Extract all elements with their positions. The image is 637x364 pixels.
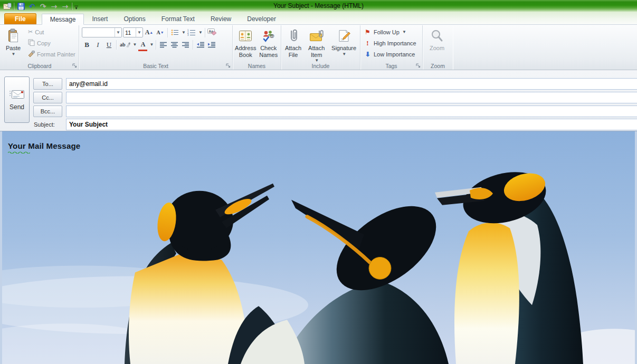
send-label: Send <box>9 103 24 111</box>
copy-label: Copy <box>37 40 51 46</box>
bcc-field[interactable] <box>66 106 637 117</box>
to-button-label: To... <box>42 81 53 87</box>
font-color-button[interactable]: A <box>138 40 148 50</box>
tab-insert[interactable]: Insert <box>84 13 116 24</box>
follow-up-dropdown-arrow: ▼ <box>402 30 406 34</box>
address-book-button[interactable]: Address Book <box>234 26 256 58</box>
bold-button[interactable]: B <box>82 40 92 50</box>
attach-item-button[interactable]: Attach Item ▼ <box>305 26 328 63</box>
paste-dropdown-arrow: ▼ <box>12 52 16 56</box>
subject-field[interactable]: Your Subject <box>66 119 637 130</box>
tab-message[interactable]: Message <box>42 14 84 25</box>
zoom-label: Zoom <box>430 45 444 52</box>
separator <box>193 40 193 50</box>
tags-dialog-launcher[interactable] <box>415 63 421 69</box>
highlighter-pen-icon <box>126 42 130 47</box>
tab-file[interactable]: File <box>4 13 36 24</box>
underline-button[interactable]: U <box>104 40 114 50</box>
bullets-button[interactable] <box>170 27 180 38</box>
format-painter-button[interactable]: Format Painter <box>26 49 77 60</box>
bcc-button[interactable]: Bcc... <box>33 106 62 117</box>
font-size-value: 11 <box>123 30 136 36</box>
follow-up-label: Follow Up <box>374 29 400 35</box>
copy-button[interactable]: Copy <box>26 37 77 49</box>
shrink-font-button[interactable]: A▼ <box>155 27 165 38</box>
font-color-dropdown-arrow[interactable]: ▼ <box>149 42 154 47</box>
subject-label: Subject: <box>34 119 63 130</box>
check-names-button[interactable]: @ Check Names <box>258 26 279 58</box>
copy-icon <box>28 39 35 47</box>
format-painter-label: Format Painter <box>37 51 75 58</box>
send-button[interactable]: Send <box>4 76 30 123</box>
signature-icon <box>337 28 351 44</box>
cc-field[interactable] <box>66 92 637 103</box>
to-field[interactable]: any@email.id <box>66 78 637 90</box>
separator <box>205 28 205 37</box>
svg-text:3: 3 <box>187 34 189 36</box>
italic-button[interactable]: I <box>93 40 103 50</box>
signature-button[interactable]: Signature ▼ <box>329 26 358 63</box>
cut-button[interactable]: ✂ Cut <box>26 26 77 37</box>
low-importance-button[interactable]: ⬇ Low Importance <box>362 49 421 60</box>
ribbon-filler <box>453 25 637 70</box>
bullets-dropdown-arrow[interactable]: ▼ <box>182 30 186 35</box>
numbering-button[interactable]: 123 <box>187 27 197 38</box>
message-body: Your Mail Message <box>0 131 637 364</box>
basic-text-group: ▼ 11 ▼ A▲ A▼ ▼ 123 ▼ Aa B I U <box>79 25 233 70</box>
cc-button[interactable]: Cc... <box>33 92 62 103</box>
high-importance-button[interactable]: ! High Importance <box>362 37 421 49</box>
high-importance-icon: ! <box>364 39 372 47</box>
align-left-button[interactable] <box>158 40 168 50</box>
tags-group: ⚑ Follow Up ▼ ! High Importance ⬇ Low Im… <box>360 25 423 70</box>
font-size-combo[interactable]: 11 ▼ <box>123 27 143 37</box>
paperclip-icon <box>289 28 298 44</box>
attach-item-label: Attach Item <box>305 45 328 58</box>
follow-up-button[interactable]: ⚑ Follow Up ▼ <box>362 26 421 37</box>
signature-label: Signature <box>331 45 356 52</box>
message-editor[interactable]: Your Mail Message <box>2 131 635 364</box>
address-book-label: Address Book <box>234 45 256 58</box>
ribbon-tab-strip: File Message Insert Options Format Text … <box>0 13 637 25</box>
font-size-dropdown-arrow: ▼ <box>136 28 142 37</box>
paste-label: Paste <box>6 45 21 52</box>
tab-format-text[interactable]: Format Text <box>154 13 203 24</box>
grow-font-button[interactable]: A▲ <box>144 27 154 38</box>
penguins-image <box>2 131 635 364</box>
tab-options[interactable]: Options <box>116 13 153 24</box>
zoom-button: Zoom <box>424 26 450 52</box>
font-color-bar <box>138 50 147 51</box>
align-right-button[interactable] <box>180 40 191 50</box>
clipboard-dialog-launcher[interactable] <box>72 63 78 69</box>
increase-indent-button[interactable] <box>206 40 216 50</box>
spellcheck-squiggle <box>8 151 30 154</box>
tab-developer[interactable]: Developer <box>239 13 284 24</box>
svg-text:@: @ <box>270 33 274 39</box>
align-center-button[interactable] <box>169 40 179 50</box>
window-title: Your Subject - Message (HTML) <box>0 2 637 9</box>
font-name-combo[interactable]: ▼ <box>82 27 122 37</box>
clear-formatting-button[interactable]: Aa <box>207 27 217 38</box>
message-header-panel: Send To... any@email.id Cc... Bcc... Sub… <box>0 70 637 131</box>
check-names-label: Check Names <box>258 45 279 58</box>
follow-up-flag-icon: ⚑ <box>364 28 372 36</box>
basic-text-dialog-launcher[interactable] <box>225 63 231 69</box>
attach-item-icon <box>309 28 325 44</box>
attach-file-button[interactable]: Attach File <box>283 26 303 63</box>
tab-review[interactable]: Review <box>203 13 239 24</box>
to-button[interactable]: To... <box>33 78 62 90</box>
numbering-dropdown-arrow[interactable]: ▼ <box>198 30 203 35</box>
attach-file-label: Attach File <box>283 45 303 58</box>
decrease-indent-button[interactable] <box>195 40 205 50</box>
title-bar: ↶ ↷ ➝ ➝ ▾ Your Subject - Message (HTML) <box>0 0 637 13</box>
text-highlight-button[interactable]: ab <box>119 40 131 50</box>
low-importance-label: Low Importance <box>374 51 415 58</box>
ribbon: Paste ▼ ✂ Cut Copy <box>0 25 637 70</box>
clipboard-group-label: Clipboard <box>1 63 79 69</box>
zoom-group: Zoom Zoom <box>423 25 453 70</box>
address-book-icon <box>239 28 252 44</box>
separator <box>156 40 156 50</box>
bcc-button-label: Bcc... <box>41 108 55 114</box>
highlight-dropdown-arrow[interactable]: ▼ <box>133 42 137 47</box>
paste-button[interactable]: Paste ▼ <box>2 26 24 60</box>
names-group-label: Names <box>233 63 281 69</box>
